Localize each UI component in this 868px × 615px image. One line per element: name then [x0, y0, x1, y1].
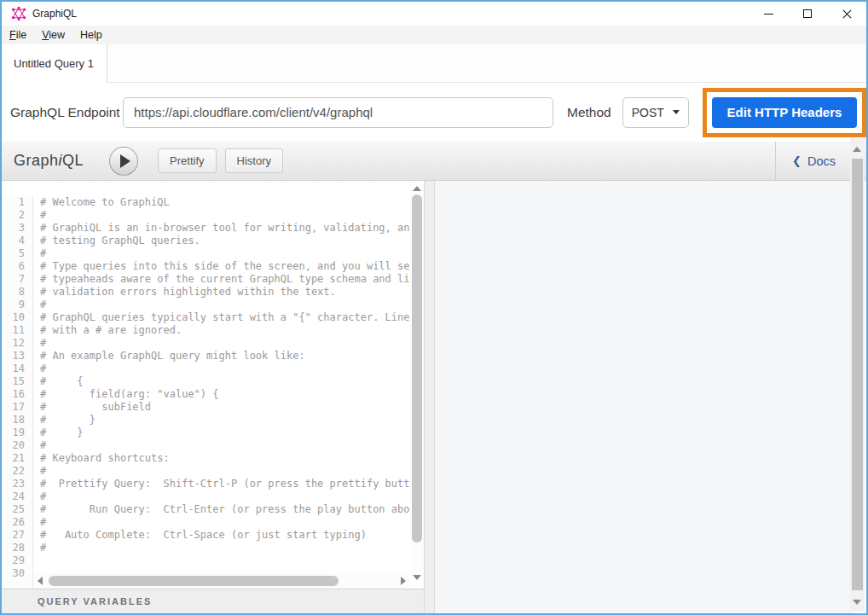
menu-help[interactable]: Help	[72, 26, 110, 44]
editor-line: #	[40, 363, 410, 375]
execute-query-button[interactable]	[109, 147, 138, 176]
editor-line: #	[40, 299, 410, 311]
pane-divider[interactable]	[424, 181, 435, 613]
editor-line: #	[40, 542, 410, 554]
editor-lines: 1234567891011121314151617181920212223242…	[2, 181, 410, 589]
endpoint-input[interactable]	[123, 97, 553, 128]
query-editor-pane: 1234567891011121314151617181920212223242…	[2, 181, 424, 613]
editor-line: # GraphQL queries typically start with a…	[40, 311, 410, 324]
minimize-button[interactable]	[749, 2, 788, 26]
editor-line-number: 6	[2, 260, 25, 273]
tab-untitled-query-1[interactable]: Untitled Query 1	[2, 44, 107, 83]
query-variables-bar[interactable]: QUERY VARIABLES	[2, 589, 424, 613]
editor-line-number: 24	[2, 490, 25, 503]
tab-label: Untitled Query 1	[14, 57, 94, 70]
prettify-button[interactable]: Prettify	[158, 148, 216, 173]
editor-line: # testing GraphQL queries.	[40, 235, 410, 247]
scroll-up-icon[interactable]	[853, 147, 861, 152]
method-value: POST	[632, 106, 664, 119]
window-controls	[749, 2, 866, 26]
editor-line: # typeaheads aware of the current GraphQ…	[40, 273, 410, 286]
editor-line: #	[40, 209, 410, 222]
editor-line-number: 19	[2, 426, 25, 439]
editor-line-number: 16	[2, 388, 25, 401]
editor-line-number: 29	[2, 554, 25, 567]
editor-line: # {	[40, 375, 410, 388]
line-number-gutter: 1234567891011121314151617181920212223242…	[2, 196, 33, 589]
window-vertical-scrollbar[interactable]	[850, 138, 865, 612]
close-icon	[842, 9, 853, 20]
editor-line-number: 4	[2, 235, 25, 247]
editor-line-number: 21	[2, 452, 25, 465]
graphiql-logo-text: GraphiQL	[14, 152, 84, 170]
endpoint-row: GraphQL Endpoint Method POST Edit HTTP H…	[2, 83, 866, 142]
editor-line-number: 1	[2, 196, 25, 209]
editor-line-number: 27	[2, 529, 25, 542]
editor-line: # Type queries into this side of the scr…	[40, 260, 410, 273]
editor-line-number: 13	[2, 350, 25, 363]
window-vscroll-thumb[interactable]	[852, 159, 863, 590]
editor-line-number: 3	[2, 222, 25, 235]
scroll-left-icon[interactable]	[38, 577, 43, 585]
menubar: File View Help	[2, 26, 866, 44]
main-area: 1234567891011121314151617181920212223242…	[2, 181, 866, 613]
editor-hscroll-thumb[interactable]	[49, 576, 339, 586]
editor-line: #	[40, 490, 410, 503]
editor-line-number: 28	[2, 542, 25, 554]
method-select[interactable]: POST	[622, 97, 689, 128]
editor-line: # }	[40, 426, 410, 439]
editor-line: # Keyboard shortcuts:	[40, 452, 410, 465]
chevron-left-icon: ❮	[792, 154, 801, 167]
menu-view[interactable]: View	[34, 26, 72, 44]
editor-line-number: 5	[2, 247, 25, 260]
editor-vscroll-thumb[interactable]	[412, 194, 422, 542]
close-button[interactable]	[827, 2, 866, 26]
editor-line: #	[40, 247, 410, 260]
docs-button[interactable]: ❮ Docs	[775, 142, 852, 181]
result-pane	[435, 181, 852, 613]
window-title: GraphiQL	[32, 8, 77, 20]
menu-file[interactable]: File	[2, 26, 34, 44]
editor-line: # GraphiQL is an in-browser tool for wri…	[40, 222, 410, 235]
scroll-down-icon[interactable]	[853, 600, 861, 605]
editor-line: # with a # are ignored.	[40, 324, 410, 337]
method-label: Method	[567, 105, 611, 120]
editor-line-number: 22	[2, 465, 25, 478]
editor-line: # Run Query: Ctrl-Enter (or press the pl…	[40, 503, 410, 516]
graphiql-window: GraphiQL File View Help Untitled Query 1…	[0, 0, 868, 615]
editor-line-number: 26	[2, 516, 25, 529]
editor-line-number: 18	[2, 414, 25, 426]
editor-line-number: 7	[2, 273, 25, 286]
scroll-up-icon[interactable]	[413, 186, 421, 191]
editor-line-number: 23	[2, 478, 25, 490]
editor-line-number: 11	[2, 324, 25, 337]
editor-line: # An example GraphQL query might look li…	[40, 350, 410, 363]
scroll-down-icon[interactable]	[413, 575, 421, 580]
editor-line: #	[40, 439, 410, 452]
editor-line: # validation errors highlighted within t…	[40, 286, 410, 299]
history-button[interactable]: History	[225, 148, 283, 173]
editor-line: # subField	[40, 401, 410, 414]
scroll-right-icon[interactable]	[401, 577, 406, 585]
editor-line-number: 14	[2, 363, 25, 375]
editor-horizontal-scrollbar[interactable]	[34, 573, 409, 589]
maximize-button[interactable]	[788, 2, 827, 26]
editor-line: #	[40, 516, 410, 529]
editor-line-number: 20	[2, 439, 25, 452]
graphql-logo-icon	[12, 7, 26, 20]
editor-line-number: 8	[2, 286, 25, 299]
docs-label: Docs	[807, 154, 836, 168]
editor-line-number: 9	[2, 299, 25, 311]
editor-line-number: 17	[2, 401, 25, 414]
query-editor[interactable]: # Welcome to GraphiQL## GraphiQL is an i…	[33, 196, 410, 589]
edit-http-headers-button[interactable]: Edit HTTP Headers	[712, 97, 857, 128]
titlebar: GraphiQL	[2, 2, 866, 26]
editor-line-number: 15	[2, 375, 25, 388]
editor-vertical-scrollbar[interactable]	[410, 183, 424, 573]
tab-bar: Untitled Query 1	[2, 44, 866, 83]
editor-line-number: 10	[2, 311, 25, 324]
editor-line: #	[40, 465, 410, 478]
chevron-down-icon	[673, 110, 680, 114]
editor-line: # Welcome to GraphiQL	[40, 196, 410, 209]
graphiql-toolbar: GraphiQL Prettify History ❮ Docs	[2, 142, 866, 181]
